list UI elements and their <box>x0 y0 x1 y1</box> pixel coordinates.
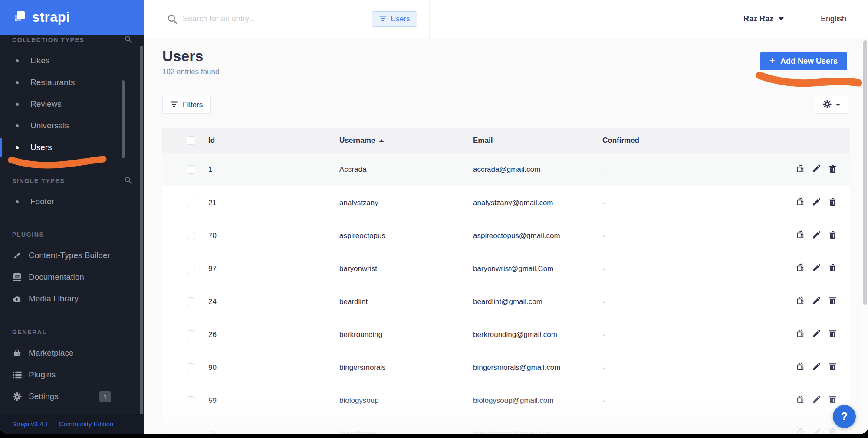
edit-pencil-icon[interactable] <box>812 396 821 406</box>
table-row[interactable]: 90 bingersmorals bingersmorals@gmail.com… <box>162 351 850 384</box>
table-row[interactable]: 70 aspireoctopus aspireoctopus@gmail.com… <box>162 219 850 252</box>
table-row[interactable]: 26 berkrounding berkrounding@gmail.com - <box>162 318 850 351</box>
trash-icon[interactable] <box>829 230 837 241</box>
edit-pencil-icon[interactable] <box>812 363 821 373</box>
add-new-users-button[interactable]: + Add New Users <box>760 52 847 70</box>
edit-pencil-icon[interactable] <box>812 330 821 340</box>
row-checkbox[interactable] <box>187 363 195 372</box>
strapi-version-link[interactable]: Strapi v3.4.1 — Community Edition <box>12 420 113 428</box>
sidebar-item-content-types-builder[interactable]: Content-Types Builder <box>0 245 144 266</box>
search-icon[interactable] <box>125 36 132 44</box>
edit-pencil-icon[interactable] <box>812 198 821 208</box>
help-button[interactable]: ? <box>833 405 856 428</box>
row-checkbox[interactable] <box>187 429 195 434</box>
table-body: 1 Accrada accrada@gmail.com - 21 analyst… <box>162 153 850 434</box>
sidebar-item-marketplace[interactable]: Marketplace <box>0 342 144 364</box>
trash-icon[interactable] <box>829 329 837 340</box>
cell-username: beardlint <box>339 297 473 306</box>
chevron-down-icon <box>836 104 840 106</box>
edit-pencil-icon[interactable] <box>812 428 821 434</box>
cell-email: brandbenny@gmail.com <box>473 429 602 434</box>
table-row[interactable]: 1 Accrada accrada@gmail.com - <box>162 153 850 186</box>
edit-pencil-icon[interactable] <box>812 231 821 241</box>
trash-icon[interactable] <box>829 197 837 208</box>
topbar-divider <box>429 0 430 38</box>
user-menu[interactable]: Raz Raz <box>743 14 784 23</box>
select-all-checkbox[interactable] <box>187 136 195 145</box>
sidebar-item-plugins[interactable]: Plugins <box>0 364 144 386</box>
duplicate-icon[interactable] <box>796 395 805 406</box>
duplicate-icon[interactable] <box>796 362 805 373</box>
row-checkbox[interactable] <box>187 199 195 207</box>
column-header-email[interactable]: Email <box>473 136 602 145</box>
main-content: Users 102 entries found + Add New Users … <box>144 38 868 434</box>
sidebar-item-footer[interactable]: Footer <box>0 191 144 212</box>
basket-icon <box>12 349 22 357</box>
strapi-logo-text: strapi <box>32 10 70 25</box>
cell-email: biologysoup@gmail.com <box>473 396 602 405</box>
sidebar-item-likes[interactable]: Likes <box>0 50 144 72</box>
table-row[interactable]: 21 analystzany analystzany@gmail.com - <box>162 186 850 219</box>
sidebar-item-media-library[interactable]: Media Library <box>0 288 144 310</box>
duplicate-icon[interactable] <box>796 296 805 307</box>
row-checkbox[interactable] <box>187 297 195 306</box>
trash-icon[interactable] <box>829 263 837 274</box>
sidebar-item-documentation[interactable]: Documentation <box>0 266 144 288</box>
search-scope-chip[interactable]: Users <box>372 11 417 27</box>
strapi-logo-bar[interactable]: strapi <box>0 0 144 35</box>
cell-username: Accrada <box>339 165 473 174</box>
plugins-header: PLUGINS <box>0 231 144 239</box>
trash-icon[interactable] <box>829 362 837 373</box>
cell-username: baryonwrist <box>339 265 473 273</box>
duplicate-icon[interactable] <box>796 197 805 208</box>
duplicate-icon[interactable] <box>796 428 805 434</box>
edit-pencil-icon[interactable] <box>812 264 821 274</box>
duplicate-icon[interactable] <box>796 230 805 241</box>
sidebar-scrollbar[interactable] <box>140 46 143 418</box>
main-scrollbar[interactable] <box>862 38 868 434</box>
cell-id: 97 <box>208 265 339 273</box>
language-selector[interactable]: English <box>821 14 846 23</box>
sidebar-item-settings[interactable]: Settings 1 <box>0 386 144 407</box>
table-row[interactable]: 59 biologysoup biologysoup@gmail.com - <box>162 384 850 417</box>
scrollbar-thumb[interactable] <box>863 40 867 305</box>
trash-icon[interactable] <box>829 395 837 406</box>
cell-confirmed: - <box>602 330 793 339</box>
row-checkbox[interactable] <box>187 330 195 339</box>
table-row[interactable]: 75 brandbenny brandbenny@gmail.com - <box>162 417 850 434</box>
table-row[interactable]: 24 beardlint beardlint@gmail.com - <box>162 285 850 318</box>
search-icon[interactable] <box>125 177 132 185</box>
edit-pencil-icon[interactable] <box>812 297 821 307</box>
filters-button[interactable]: Filters <box>162 96 211 114</box>
row-checkbox[interactable] <box>187 232 195 240</box>
column-header-username[interactable]: Username <box>339 136 473 145</box>
cell-id: 1 <box>208 165 339 174</box>
duplicate-icon[interactable] <box>796 164 805 175</box>
edit-pencil-icon[interactable] <box>812 164 821 175</box>
bullet-icon <box>16 103 19 106</box>
cell-username: bingersmorals <box>339 363 473 372</box>
duplicate-icon[interactable] <box>796 263 805 274</box>
row-checkbox[interactable] <box>187 265 195 273</box>
row-checkbox[interactable] <box>187 165 195 174</box>
cell-email: bingersmorals@gmail.com <box>473 363 602 372</box>
row-checkbox[interactable] <box>187 396 195 405</box>
table-row[interactable]: 97 baryonwrist baryonwrist@gmail.Com - <box>162 252 850 285</box>
book-icon <box>12 273 22 282</box>
cell-confirmed: - <box>602 429 793 434</box>
column-header-id[interactable]: Id <box>208 136 339 145</box>
table-settings-dropdown[interactable] <box>815 96 848 114</box>
bullet-icon <box>16 200 19 203</box>
search-input[interactable] <box>183 14 372 23</box>
collection-list-scrollbar[interactable] <box>122 80 125 158</box>
cell-email: berkrounding@gmail.com <box>473 330 602 339</box>
page-title: Users <box>162 48 204 65</box>
cell-confirmed: - <box>602 232 793 240</box>
trash-icon[interactable] <box>829 164 837 175</box>
trash-icon[interactable] <box>829 296 837 307</box>
duplicate-icon[interactable] <box>796 329 805 340</box>
trash-icon[interactable] <box>829 428 837 434</box>
bullet-icon <box>16 59 19 62</box>
collection-types-header: COLLECTION TYPES <box>0 36 144 44</box>
column-header-confirmed[interactable]: Confirmed <box>602 136 793 145</box>
